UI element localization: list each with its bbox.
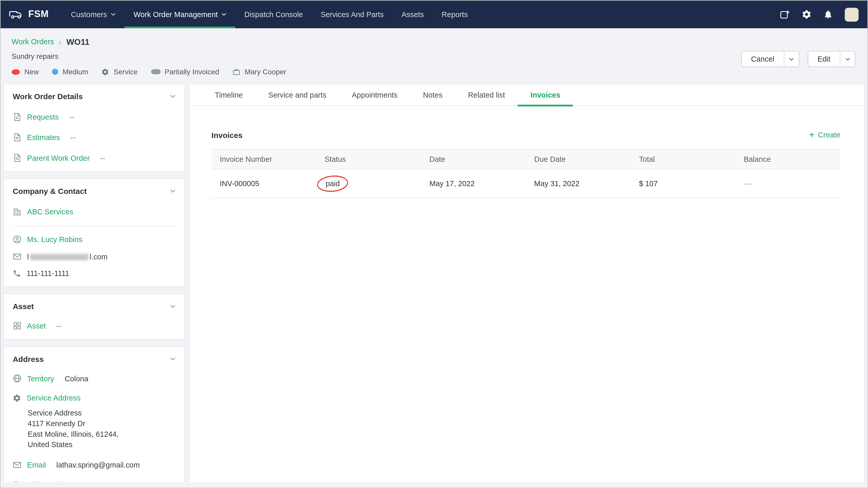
address-email-value: lathav.spring@gmail.com: [56, 461, 140, 469]
col-status: Status: [316, 155, 421, 163]
collapse-caret-icon[interactable]: [170, 190, 175, 193]
billing-address-row: Billing Address: [13, 481, 175, 482]
billing-address-icon: [13, 481, 22, 482]
redacted-email-segment: [30, 254, 89, 260]
settings-gear-icon[interactable]: [802, 9, 812, 20]
service-address-link[interactable]: Service Address: [27, 394, 81, 402]
work-order-badges: New Medium Service Partially Invoiced: [12, 67, 855, 76]
cancel-dropdown-button[interactable]: [784, 52, 799, 66]
edit-dropdown-button[interactable]: [840, 52, 855, 66]
address-line: Service Address: [28, 408, 175, 419]
col-date: Date: [421, 155, 526, 163]
card-divider: [13, 226, 175, 226]
address-card: Address Territory Colona Service Address…: [3, 346, 185, 482]
tab-service-and-parts[interactable]: Service and parts: [255, 84, 339, 106]
collapse-caret-icon[interactable]: [170, 95, 175, 98]
edit-button[interactable]: Edit: [808, 52, 840, 66]
tab-notes[interactable]: Notes: [410, 84, 455, 106]
invoices-table-header: Invoice Number Status Date Due Date Tota…: [212, 149, 840, 170]
priority-badge: Medium: [52, 67, 88, 76]
contact-link[interactable]: Ms. Lucy Robins: [27, 235, 83, 243]
nav-item-dispatch-console[interactable]: Dispatch Console: [236, 1, 312, 28]
invoice-number-cell[interactable]: INV-000005: [212, 179, 316, 188]
nav-item-reports[interactable]: Reports: [433, 1, 477, 28]
contact-phone-value: 111-111-1111: [27, 269, 69, 278]
document-icon: [13, 112, 22, 121]
details-sidebar: Work Order Details Requests -- Estimates…: [3, 84, 185, 482]
requests-link[interactable]: Requests: [27, 113, 59, 121]
tab-related-list[interactable]: Related list: [455, 84, 518, 106]
owner-badge: Mary Cooper: [232, 67, 286, 76]
nav-item-work-order-management[interactable]: Work Order Management: [125, 1, 235, 28]
user-avatar[interactable]: [845, 7, 859, 22]
service-type-icon: [101, 68, 109, 76]
fsm-app-window: FSM Customers Work Order Management Disp…: [0, 0, 868, 488]
territory-link[interactable]: Territory: [27, 374, 54, 383]
estimates-row: Estimates --: [13, 133, 175, 142]
cancel-button-group: Cancel: [741, 51, 799, 67]
card-title-asset: Asset: [13, 302, 34, 311]
company-link[interactable]: ABC Services: [27, 208, 73, 216]
invoice-table-row[interactable]: INV-000005 paid May 17, 2022 May 31, 202…: [212, 170, 840, 198]
content-area: Work Order Details Requests -- Estimates…: [1, 84, 867, 482]
plus-icon: +: [809, 130, 814, 140]
edit-button-group: Edit: [807, 51, 855, 67]
contact-row: Ms. Lucy Robins: [13, 235, 175, 243]
parent-work-order-value: --: [100, 154, 105, 162]
collapse-caret-icon[interactable]: [170, 305, 175, 308]
owner-briefcase-icon: [232, 68, 240, 76]
page-title: WO11: [66, 37, 90, 46]
contact-email-row: ll.com: [13, 252, 175, 261]
collapse-caret-icon[interactable]: [170, 357, 175, 361]
invoice-total-cell: $ 107: [631, 179, 736, 188]
invoice-due-date-cell: May 31, 2022: [526, 179, 630, 188]
address-line: East Moline, Illinois, 61244,: [28, 429, 175, 439]
asset-row: Asset --: [13, 321, 175, 330]
tab-appointments[interactable]: Appointments: [339, 84, 410, 106]
estimates-link[interactable]: Estimates: [27, 133, 60, 142]
requests-value: --: [69, 113, 74, 121]
asset-link[interactable]: Asset: [27, 321, 46, 330]
breadcrumb-work-orders-link[interactable]: Work Orders: [12, 38, 54, 46]
invoice-date-cell: May 17, 2022: [421, 179, 526, 188]
invoices-section-title: Invoices: [212, 131, 243, 139]
service-address-block: Service Address 4117 Kennedy Dr East Mol…: [28, 408, 175, 450]
status-badge: New: [12, 67, 39, 76]
territory-globe-icon: [13, 374, 22, 383]
contact-person-icon: [13, 235, 22, 243]
invoice-status-badge: Partially Invoiced: [151, 67, 219, 76]
territory-row: Territory Colona: [13, 374, 175, 383]
card-title-work-order-details: Work Order Details: [13, 92, 83, 101]
asset-value: --: [56, 321, 61, 330]
notifications-bell-icon[interactable]: [823, 9, 833, 20]
asset-grid-icon: [13, 321, 22, 330]
tab-invoices[interactable]: Invoices: [518, 84, 573, 106]
phone-icon: [13, 269, 21, 278]
contact-email-value: ll.com: [27, 252, 107, 261]
nav-item-customers[interactable]: Customers: [62, 1, 125, 28]
top-navbar: FSM Customers Work Order Management Disp…: [1, 1, 867, 28]
parent-work-order-row: Parent Work Order --: [13, 153, 175, 162]
asset-card: Asset Asset --: [3, 294, 185, 340]
billing-address-link[interactable]: Billing Address: [27, 481, 76, 482]
create-invoice-button[interactable]: + Create: [809, 130, 840, 140]
nav-item-services-and-parts[interactable]: Services And Parts: [312, 1, 393, 28]
cancel-button[interactable]: Cancel: [742, 52, 784, 66]
nav-item-assets[interactable]: Assets: [393, 1, 433, 28]
address-email-label[interactable]: Email: [27, 461, 46, 469]
parent-work-order-link[interactable]: Parent Work Order: [27, 154, 90, 162]
card-title-address: Address: [13, 355, 44, 364]
fsm-logo[interactable]: FSM: [1, 1, 62, 28]
create-record-icon[interactable]: [779, 9, 790, 20]
col-due-date: Due Date: [526, 155, 630, 163]
invoices-table: Invoice Number Status Date Due Date Tota…: [212, 149, 840, 198]
service-address-icon: [13, 394, 21, 402]
document-icon: [13, 153, 22, 162]
requests-row: Requests --: [13, 112, 175, 121]
company-building-icon: [13, 207, 22, 216]
address-line: United States: [28, 439, 175, 450]
company-row: ABC Services: [13, 207, 175, 216]
invoice-balance-cell: —: [736, 179, 840, 188]
company-contact-card: Company & Contact ABC Services Ms. Lucy …: [3, 178, 185, 287]
tab-timeline[interactable]: Timeline: [202, 84, 255, 106]
